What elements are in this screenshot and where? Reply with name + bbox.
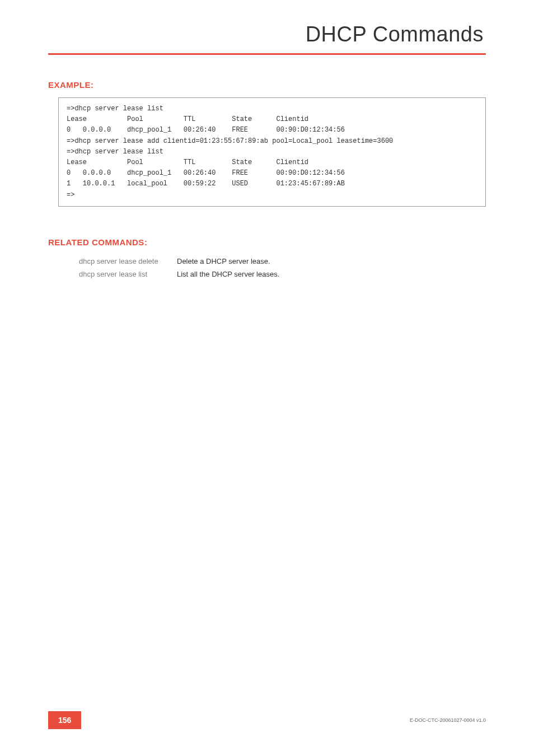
- related-commands-section: RELATED COMMANDS: dhcp server lease dele…: [48, 237, 486, 281]
- related-cmd-name: dhcp server lease list: [79, 268, 177, 281]
- related-cmd-desc: Delete a DHCP server lease.: [177, 255, 291, 268]
- related-cmd-desc: List all the DHCP server leases.: [177, 268, 291, 281]
- page-number: 156: [48, 711, 81, 729]
- page-title: DHCP Commands: [0, 22, 484, 46]
- related-commands-table: dhcp server lease delete Delete a DHCP s…: [79, 255, 291, 281]
- doc-id: E-DOC-CTC-20061027-0004 v1.0: [410, 717, 486, 723]
- example-code-block: =>dhcp server lease list Lease Pool TTL …: [58, 97, 486, 207]
- related-heading: RELATED COMMANDS:: [48, 237, 486, 247]
- related-cmd-name: dhcp server lease delete: [79, 255, 177, 268]
- example-section: EXAMPLE: =>dhcp server lease list Lease …: [48, 80, 486, 207]
- example-heading: EXAMPLE:: [48, 80, 486, 90]
- content-area: EXAMPLE: =>dhcp server lease list Lease …: [0, 55, 534, 281]
- table-row: dhcp server lease list List all the DHCP…: [79, 268, 291, 281]
- page-header: DHCP Commands: [0, 0, 534, 53]
- table-row: dhcp server lease delete Delete a DHCP s…: [79, 255, 291, 268]
- page-footer: 156 E-DOC-CTC-20061027-0004 v1.0: [0, 711, 534, 729]
